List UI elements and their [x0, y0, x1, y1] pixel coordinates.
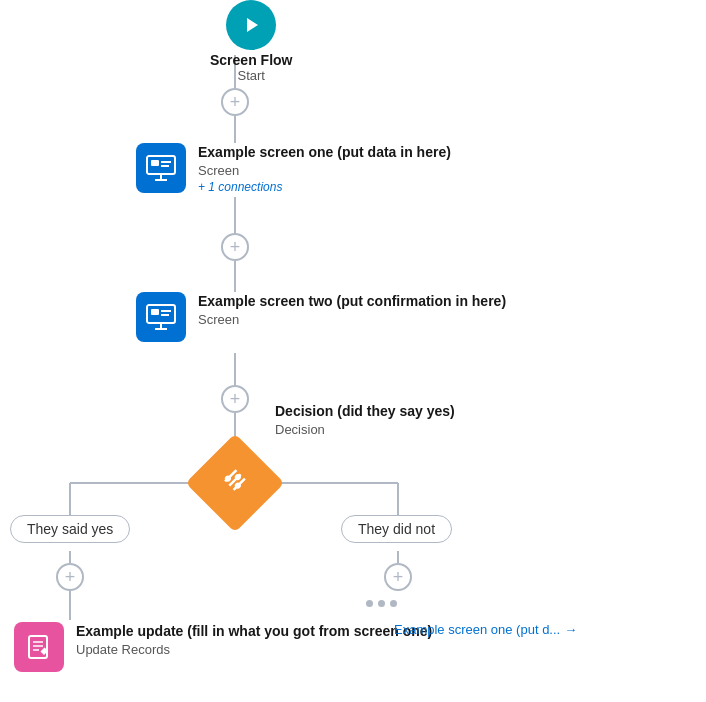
screen1-node[interactable]: Example screen one (put data in here) Sc…: [136, 143, 451, 194]
decision-node[interactable]: [200, 448, 270, 518]
screen2-text: Example screen two (put confirmation in …: [198, 292, 506, 327]
play-icon: [240, 14, 262, 36]
decision-title: Decision (did they say yes): [275, 402, 455, 420]
screen2-title: Example screen two (put confirmation in …: [198, 292, 506, 310]
start-circle: [226, 0, 276, 50]
decision-diamond: [186, 434, 285, 533]
sliders-icon: [215, 460, 255, 500]
screen2-icon: [136, 292, 186, 342]
add-button-right[interactable]: +: [384, 563, 412, 591]
screen1-icon: [136, 143, 186, 193]
branch-no-label: They did not: [341, 515, 452, 543]
dotted-dots-right: [366, 600, 397, 607]
branch-yes-label: They said yes: [10, 515, 130, 543]
update-icon: [14, 622, 64, 672]
update1-text: Example update (fill in what you got fro…: [76, 622, 432, 657]
screen-icon-2: [145, 303, 177, 331]
svg-rect-17: [151, 160, 159, 166]
decision-icon: [221, 466, 249, 500]
screen1-title: Example screen one (put data in here): [198, 143, 451, 161]
add-button-3[interactable]: +: [221, 385, 249, 413]
screen1-text: Example screen one (put data in here) Sc…: [198, 143, 451, 194]
svg-rect-32: [29, 636, 47, 658]
flow-title: Screen Flow: [210, 52, 292, 68]
update1-title: Example update (fill in what you got fro…: [76, 622, 432, 640]
decision-subtitle: Decision: [275, 422, 455, 437]
screen1-connections[interactable]: + 1 connections: [198, 180, 451, 194]
screen2-node[interactable]: Example screen two (put confirmation in …: [136, 292, 506, 342]
start-node: Screen Flow Start: [210, 0, 292, 83]
screen-icon: [145, 154, 177, 182]
link-label: Example screen one (put d...: [394, 622, 560, 637]
update1-subtitle: Update Records: [76, 642, 432, 657]
start-label: Start: [238, 68, 265, 83]
svg-rect-23: [151, 309, 159, 315]
arrow-icon: →: [564, 622, 577, 637]
flow-canvas: Screen Flow Start + Example screen one (…: [0, 0, 706, 702]
add-button-left[interactable]: +: [56, 563, 84, 591]
screen2-subtitle: Screen: [198, 312, 506, 327]
screen1-subtitle: Screen: [198, 163, 451, 178]
svg-marker-13: [247, 18, 258, 32]
add-button-2[interactable]: +: [221, 233, 249, 261]
update1-node[interactable]: Example update (fill in what you got fro…: [14, 622, 432, 672]
edit-icon: [24, 632, 54, 662]
link-arrow-right[interactable]: Example screen one (put d... →: [394, 622, 577, 637]
add-button-1[interactable]: +: [221, 88, 249, 116]
connectors-svg: [0, 0, 706, 702]
decision-label-area: Decision (did they say yes) Decision: [275, 402, 455, 437]
